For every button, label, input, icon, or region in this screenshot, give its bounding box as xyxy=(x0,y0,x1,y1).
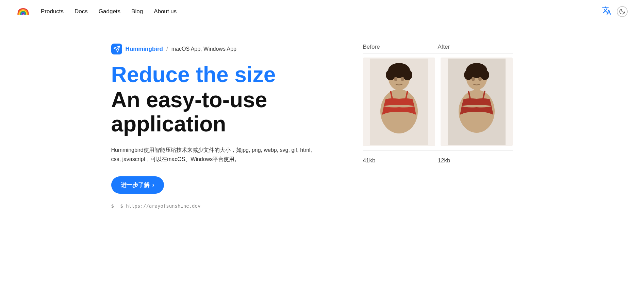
nav-item-docs[interactable]: Docs xyxy=(75,8,88,15)
breadcrumb-separator: / xyxy=(166,46,168,52)
nav-links: Products Docs Gadgets Blog About us xyxy=(41,8,602,15)
comparison-header: Before After xyxy=(363,44,513,50)
breadcrumb-subtitle: macOS App, Windows App xyxy=(171,46,236,52)
comparison-images xyxy=(363,58,513,146)
cta-label: 进一步了解 xyxy=(121,181,150,189)
breadcrumb: Hummingbird / macOS App, Windows App xyxy=(111,44,343,54)
rainbow-logo-icon xyxy=(16,5,30,18)
before-after-section: Before After xyxy=(363,44,513,164)
nav-item-gadgets[interactable]: Gadgets xyxy=(99,8,120,15)
svg-point-21 xyxy=(478,77,482,81)
after-label: After xyxy=(438,44,513,50)
navbar: Products Docs Gadgets Blog About us xyxy=(0,0,644,23)
url-display: $ $ https://arayofsunshine.dev xyxy=(111,203,343,209)
comparison-bottom-divider xyxy=(363,150,513,150)
after-size: 12kb xyxy=(438,157,513,164)
svg-point-3 xyxy=(386,69,395,80)
logo[interactable] xyxy=(16,5,30,18)
product-name: Hummingbird xyxy=(126,46,163,52)
svg-point-14 xyxy=(464,70,473,80)
url-text: $ https://arayofsunshine.dev xyxy=(120,203,200,209)
before-label: Before xyxy=(363,44,438,50)
nav-item-blog[interactable]: Blog xyxy=(131,8,143,15)
nav-right-actions xyxy=(602,6,628,17)
nav-item-products[interactable]: Products xyxy=(41,8,64,15)
svg-point-10 xyxy=(401,77,404,81)
hero-headline-blue: Reduce the size xyxy=(111,63,343,86)
language-icon[interactable] xyxy=(602,6,611,17)
nav-item-about[interactable]: About us xyxy=(154,8,177,15)
hero-description: Hummingbird使用智能压缩技术来减少文件的大小，如jpg, png, w… xyxy=(111,145,315,164)
comparison-divider xyxy=(363,53,513,53)
svg-point-9 xyxy=(394,77,397,81)
before-size: 41kb xyxy=(363,157,438,164)
before-image xyxy=(363,58,435,146)
svg-point-4 xyxy=(403,69,412,80)
main-content: Hummingbird / macOS App, Windows App Red… xyxy=(84,23,560,229)
dark-mode-toggle[interactable] xyxy=(617,6,628,17)
file-sizes: 41kb 12kb xyxy=(363,155,513,164)
hero-section: Hummingbird / macOS App, Windows App Red… xyxy=(111,44,343,209)
hero-headline-black: An easy-to-useapplication xyxy=(111,88,343,136)
after-image xyxy=(441,58,513,146)
chevron-right-icon: › xyxy=(152,181,154,189)
svg-point-15 xyxy=(480,70,489,80)
learn-more-button[interactable]: 进一步了解 › xyxy=(111,176,164,194)
hummingbird-product-icon xyxy=(111,44,122,54)
svg-point-20 xyxy=(472,77,475,81)
dollar-sign: $ xyxy=(111,203,114,209)
